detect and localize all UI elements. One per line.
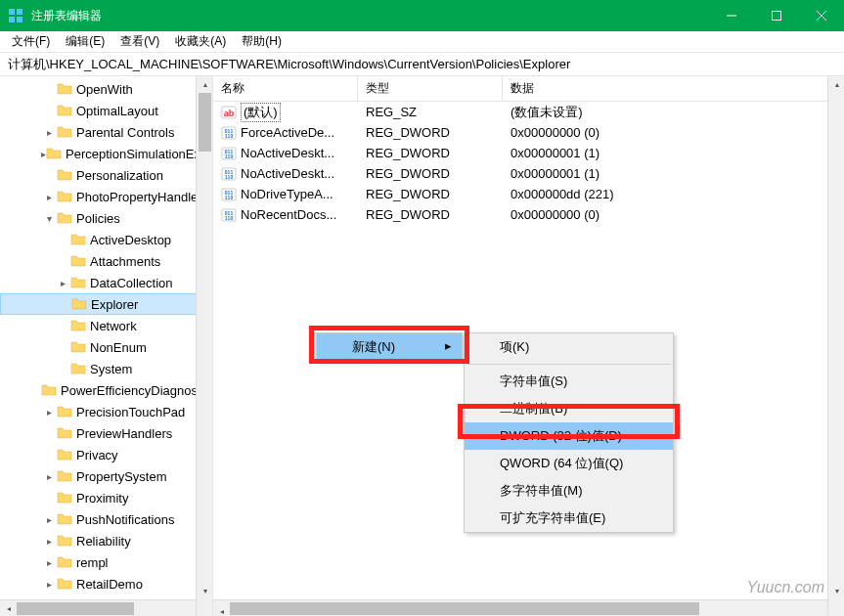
folder-icon [57, 425, 72, 441]
folder-icon [57, 576, 72, 592]
value-row[interactable]: 011110NoRecentDocs...REG_DWORD0x00000000… [213, 204, 844, 225]
address-bar[interactable]: 计算机\HKEY_LOCAL_MACHINE\SOFTWARE\Microsof… [0, 53, 844, 76]
tree-expander-icon[interactable]: ▸ [41, 192, 57, 202]
scroll-left-icon[interactable]: ◂ [0, 600, 17, 616]
tree-label: NonEnum [90, 340, 147, 355]
value-type: REG_DWORD [358, 207, 503, 222]
scroll-thumb-h[interactable] [230, 602, 699, 615]
folder-icon [70, 339, 86, 355]
col-type[interactable]: 类型 [358, 76, 503, 101]
tree-item-perceptionsimulationextensions[interactable]: ▸PerceptionSimulationExtensions [0, 143, 212, 164]
tree-label: DataCollection [90, 276, 173, 290]
tree-expander-icon[interactable]: ▸ [41, 536, 57, 547]
tree-item-network[interactable]: Network [0, 315, 212, 336]
tree-item-powerefficiencydiagnostics[interactable]: PowerEfficiencyDiagnostics [0, 379, 212, 401]
scroll-down-icon[interactable]: ▾ [828, 583, 844, 599]
tree-item-nonenum[interactable]: NonEnum [0, 336, 212, 358]
close-button[interactable] [799, 0, 844, 31]
ctx-item-3[interactable]: 二进制值(B) [465, 395, 673, 422]
scroll-thumb-h[interactable] [17, 602, 134, 615]
ctx-item-4[interactable]: DWORD (32 位)值(D) [465, 422, 673, 450]
tree-expander-icon[interactable]: ▾ [41, 213, 57, 224]
scrollbar-horizontal[interactable]: ◂ [213, 599, 827, 616]
tree-item-parental-controls[interactable]: ▸Parental Controls [0, 121, 212, 143]
ctx-new[interactable]: 新建(N) [317, 333, 462, 361]
scroll-thumb-tree[interactable] [199, 93, 211, 152]
tree-item-openwith[interactable]: OpenWith [0, 78, 212, 100]
value-row[interactable]: 011110NoActiveDeskt...REG_DWORD0x0000000… [213, 163, 844, 184]
folder-icon [57, 167, 72, 183]
value-type: REG_DWORD [358, 125, 503, 140]
menu-favorites[interactable]: 收藏夹(A) [167, 31, 234, 52]
tree-expander-icon[interactable]: ▸ [41, 127, 57, 138]
value-row[interactable]: 011110NoActiveDeskt...REG_DWORD0x0000000… [213, 143, 844, 163]
tree-item-propertysystem[interactable]: ▸PropertySystem [0, 465, 212, 487]
menu-file[interactable]: 文件(F) [4, 31, 58, 52]
tree-label: Explorer [91, 297, 138, 312]
tree-panel[interactable]: OpenWithOptimalLayout▸Parental Controls▸… [0, 76, 213, 616]
minimize-button[interactable] [709, 0, 754, 31]
tree-expander-icon[interactable]: ▸ [41, 407, 57, 418]
value-name: NoDriveTypeA... [241, 187, 333, 201]
tree-item-previewhandlers[interactable]: PreviewHandlers [0, 422, 212, 444]
folder-icon [57, 124, 72, 140]
value-row[interactable]: ab(默认)REG_SZ(数值未设置) [213, 102, 844, 122]
maximize-button[interactable] [754, 0, 799, 31]
tree-item-explorer[interactable]: Explorer [0, 293, 212, 315]
tree-scrollbar[interactable]: ▴▾ [196, 76, 212, 616]
tree-expander-icon[interactable]: ▸ [41, 579, 57, 590]
tree-item-activedesktop[interactable]: ActiveDesktop [0, 229, 212, 250]
folder-icon [70, 275, 86, 290]
folder-icon [57, 447, 72, 462]
menu-help[interactable]: 帮助(H) [234, 31, 289, 52]
tree-label: System [90, 362, 132, 376]
tree-expander-icon[interactable]: ▸ [55, 278, 70, 288]
ctx-item-7[interactable]: 可扩充字符串值(E) [465, 505, 673, 532]
tree-item-privacy[interactable]: Privacy [0, 444, 212, 465]
tree-item-personalization[interactable]: Personalization [0, 164, 212, 186]
titlebar: 注册表编辑器 [0, 0, 844, 31]
tree-scrollbar-h[interactable]: ◂ [0, 599, 196, 616]
tree-item-system[interactable]: System [0, 358, 212, 379]
tree-item-pushnotifications[interactable]: ▸PushNotifications [0, 508, 212, 530]
value-type: REG_DWORD [358, 187, 503, 201]
value-row[interactable]: 011110ForceActiveDe...REG_DWORD0x0000000… [213, 122, 844, 143]
tree-item-datacollection[interactable]: ▸DataCollection [0, 272, 212, 293]
tree-item-rempl[interactable]: ▸rempl [0, 551, 212, 573]
tree-item-reliability[interactable]: ▸Reliability [0, 530, 212, 551]
tree-label: Network [90, 319, 137, 333]
scroll-down-icon[interactable]: ▾ [197, 583, 213, 599]
string-value-icon: ab [221, 105, 237, 120]
binary-value-icon: 011110 [221, 207, 237, 223]
ctx-item-2[interactable]: 字符串值(S) [465, 368, 673, 395]
scrollbar-vertical[interactable]: ▴ ▾ [827, 76, 844, 616]
tree-expander-icon[interactable]: ▸ [41, 471, 57, 482]
tree-label: Policies [76, 211, 120, 226]
tree-item-photopropertyhandler[interactable]: ▸PhotoPropertyHandler [0, 186, 212, 207]
tree-label: rempl [76, 555, 109, 570]
scroll-up-icon[interactable]: ▴ [828, 76, 844, 93]
ctx-separator [466, 364, 671, 365]
value-row[interactable]: 011110NoDriveTypeA...REG_DWORD0x000000dd… [213, 184, 844, 204]
ctx-item-6[interactable]: 多字符串值(M) [465, 477, 673, 505]
tree-item-proximity[interactable]: Proximity [0, 487, 212, 508]
menu-view[interactable]: 查看(V) [112, 31, 167, 52]
tree-item-policies[interactable]: ▾Policies [0, 207, 212, 229]
scroll-up-icon[interactable]: ▴ [197, 76, 213, 93]
tree-item-optimallayout[interactable]: OptimalLayout [0, 100, 212, 121]
col-data[interactable]: 数据 [503, 76, 844, 101]
tree-label: Privacy [76, 448, 118, 462]
regedit-icon [8, 8, 23, 23]
folder-icon [57, 554, 72, 570]
ctx-item-5[interactable]: QWORD (64 位)值(Q) [465, 450, 673, 477]
col-name[interactable]: 名称 [213, 76, 358, 101]
tree-item-attachments[interactable]: Attachments [0, 250, 212, 272]
tree-item-retaildemo[interactable]: ▸RetailDemo [0, 573, 212, 594]
tree-expander-icon[interactable]: ▸ [41, 514, 57, 525]
scroll-left-icon[interactable]: ◂ [213, 603, 230, 616]
tree-expander-icon[interactable]: ▸ [41, 557, 57, 568]
ctx-item-0[interactable]: 项(K) [465, 333, 673, 361]
menu-edit[interactable]: 编辑(E) [58, 31, 112, 52]
value-type: REG_DWORD [358, 146, 503, 160]
tree-item-precisiontouchpad[interactable]: ▸PrecisionTouchPad [0, 401, 212, 422]
